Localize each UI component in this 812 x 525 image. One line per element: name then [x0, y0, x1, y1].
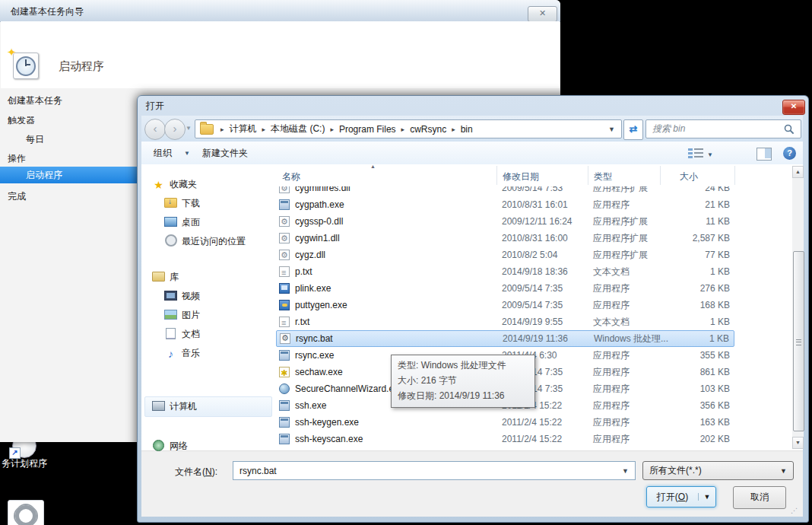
cancel-button[interactable]: 取消	[733, 486, 786, 509]
file-row[interactable]: cygz.dll2010/8/2 5:04应用程序扩展77 KB	[276, 247, 734, 263]
gear-desktop-icon[interactable]	[8, 500, 44, 525]
file-name-cell: ssh-keygen.exe	[279, 414, 359, 431]
sidebar-item-pic[interactable]: 图片	[144, 306, 272, 325]
scroll-up-button[interactable]: ▲	[792, 166, 804, 178]
file-size: 1 KB	[661, 313, 730, 330]
wizard-step-5[interactable]: 启动程序	[0, 167, 138, 183]
search-input[interactable]: 搜索 bin	[645, 119, 801, 138]
sidebar-item-recent[interactable]: 最近访问的位置	[144, 232, 272, 251]
wizard-step-4[interactable]: 操作	[0, 150, 138, 167]
breadcrumb-item[interactable]: 本地磁盘 (C:)	[271, 123, 325, 135]
scrollbar-thumb[interactable]	[793, 251, 804, 431]
wizard-step-2[interactable]: 触发器	[0, 112, 138, 129]
file-name-cell: plink.exe	[279, 280, 331, 297]
breadcrumb[interactable]: ▸计算机▸本地磁盘 (C:)▸Program Files▸cwRsync▸bin…	[195, 119, 622, 138]
sidebar-item-doc[interactable]: 文档	[144, 325, 272, 344]
file-row[interactable]: r.txt2014/9/19 9:55文本文档1 KB	[276, 313, 734, 330]
dialog-close-button[interactable]: ✕	[782, 100, 805, 115]
scroll-down-button[interactable]: ▼	[792, 437, 804, 449]
file-row[interactable]: cygpath.exe2010/8/31 16:01应用程序21 KB	[276, 196, 734, 213]
breadcrumb-separator-icon[interactable]: ▸	[257, 126, 271, 133]
open-label-post: )	[685, 492, 688, 502]
column-divider[interactable]	[588, 166, 588, 185]
file-row[interactable]: puttygen.exe2009/5/14 7:35应用程序168 KB	[276, 297, 734, 313]
breadcrumb-item[interactable]: 计算机	[230, 123, 257, 135]
column-divider[interactable]	[660, 166, 661, 185]
open-dialog-title: 打开	[146, 100, 164, 113]
open-button[interactable]: 打开(O) ▼	[646, 486, 716, 508]
dll-file-icon	[279, 233, 290, 243]
filename-value: rsync.bat	[239, 466, 277, 476]
sidebar-item-star[interactable]: ★收藏夹	[144, 175, 272, 194]
file-name: p.txt	[295, 263, 312, 280]
filetype-dropdown-icon: ▼	[780, 467, 787, 475]
file-row[interactable]: rsync.bat2014/9/19 11:36Windows 批处理...1 …	[276, 330, 734, 347]
new-folder-button[interactable]: 新建文件夹	[202, 147, 248, 160]
breadcrumb-dropdown-icon[interactable]: ▼	[608, 126, 618, 133]
column-header-name[interactable]: 名称	[282, 170, 300, 183]
breadcrumb-separator-icon[interactable]: ▸	[215, 126, 230, 133]
help-button[interactable]: ?	[783, 147, 796, 160]
wizard-close-button[interactable]: ✕	[528, 6, 557, 22]
wizard-step-label: 触发器	[0, 112, 35, 129]
wizard-step-1[interactable]: 创建基本任务	[0, 92, 138, 109]
column-header-size[interactable]: 大小	[680, 170, 698, 183]
file-row[interactable]: p.txt2014/9/18 18:36文本文档1 KB	[276, 263, 734, 280]
column-header-date[interactable]: 修改日期	[503, 170, 539, 183]
star-icon: ★	[152, 179, 165, 191]
open-button-label: 打开(O)	[647, 491, 698, 504]
views-dropdown-icon[interactable]: ▼	[707, 151, 713, 158]
desktop-shortcut-label: 务计划程序	[2, 457, 47, 470]
breadcrumb-item[interactable]: Program Files	[339, 124, 396, 135]
column-header-type[interactable]: 类型	[594, 170, 612, 183]
recent-pages-dropdown-icon[interactable]: ▼	[186, 125, 192, 132]
sidebar-item-video[interactable]: 视频	[144, 287, 272, 306]
resize-grip[interactable]: ⋰	[791, 507, 798, 514]
vertical-scrollbar[interactable]: ▲ ▼	[792, 166, 804, 449]
change-view-button[interactable]	[688, 148, 703, 159]
wizard-titlebar[interactable]: 创建基本任务向导 ✕	[0, 0, 560, 22]
breadcrumb-separator-icon[interactable]: ▸	[396, 126, 411, 133]
column-divider[interactable]	[496, 166, 497, 185]
wizard-step-label: 操作	[0, 150, 26, 167]
tooltip-type: 类型: Windows 批处理文件	[398, 358, 528, 373]
sidebar-item-comp[interactable]: 计算机	[144, 396, 272, 417]
sidebar-item-label: 收藏夹	[170, 178, 197, 191]
sidebar-item-desktop[interactable]: 桌面	[144, 213, 272, 232]
file-row[interactable]: plink.exe2009/5/14 7:35应用程序276 KB	[276, 280, 734, 297]
breadcrumb-item[interactable]: bin	[461, 124, 473, 135]
forward-button[interactable]: ›	[164, 119, 186, 140]
organize-button[interactable]: 组织	[154, 147, 172, 160]
sidebar-item-music[interactable]: ♪音乐	[144, 344, 272, 363]
file-name: puttygen.exe	[295, 297, 347, 313]
filename-input[interactable]: rsync.bat ▼	[233, 461, 636, 480]
refresh-button[interactable]: ⇄	[623, 119, 643, 140]
filetype-select[interactable]: 所有文件(*.*) ▼	[642, 461, 794, 480]
open-split-dropdown[interactable]: ▼	[698, 493, 715, 501]
sidebar-item-label: 下载	[182, 197, 200, 210]
file-row[interactable]: cygwin1.dll2010/8/31 16:00应用程序扩展2,587 KB	[276, 230, 734, 247]
sidebar-item-lib[interactable]: 库	[144, 268, 272, 287]
wizard-step-3[interactable]: 每日	[0, 131, 138, 148]
file-name: cygssp-0.dll	[295, 213, 343, 230]
sidebar-item-label: 库	[170, 271, 179, 284]
file-row[interactable]: cygminires.dll2009/5/14 7:53应用程序扩展24 KB	[276, 186, 734, 196]
breadcrumb-separator-icon[interactable]: ▸	[446, 126, 461, 133]
file-row[interactable]: ssh-keyscan.exe2011/2/4 15:22应用程序202 KB	[276, 431, 734, 447]
wizard-step-6[interactable]: 完成	[0, 188, 138, 205]
dll-file-icon	[279, 186, 290, 193]
breadcrumb-item[interactable]: cwRsync	[410, 124, 446, 135]
breadcrumb-separator-icon[interactable]: ▸	[325, 126, 339, 133]
column-divider[interactable]	[734, 166, 735, 185]
file-row[interactable]: cygssp-0.dll2009/12/11 16:24应用程序扩展11 KB	[276, 213, 734, 230]
filename-dropdown-icon[interactable]: ▼	[622, 467, 629, 475]
wizard-step-label: 创建基本任务	[0, 92, 62, 109]
wizard-step-label: 完成	[0, 188, 26, 205]
preview-pane-button[interactable]	[756, 148, 772, 161]
back-button[interactable]: ‹	[144, 119, 166, 140]
sidebar-item-download[interactable]: 下载	[144, 194, 272, 213]
file-name: cygpath.exe	[295, 196, 344, 213]
sidebar-item-net[interactable]: 网络	[144, 437, 272, 456]
file-size: 103 KB	[661, 380, 730, 397]
file-row[interactable]: ssh-keygen.exe2011/2/4 15:22应用程序163 KB	[276, 414, 734, 431]
